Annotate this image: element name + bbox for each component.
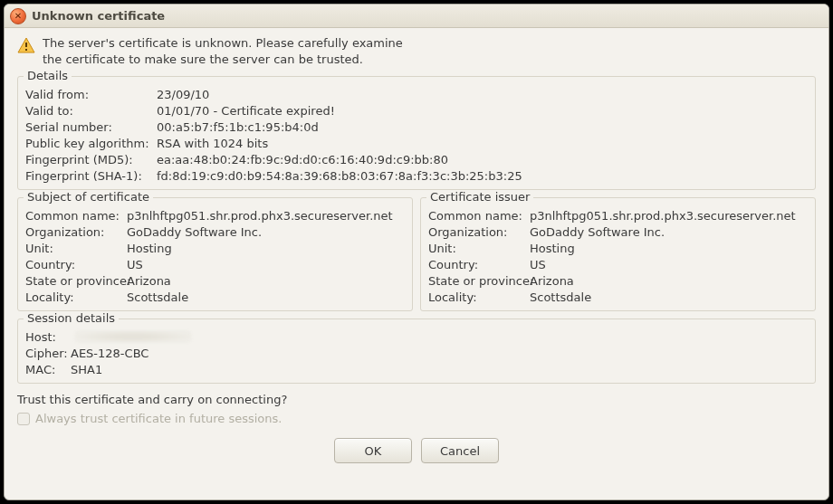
- titlebar[interactable]: ✕ Unknown certificate: [5, 5, 828, 28]
- always-trust-row: Always trust certificate in future sessi…: [17, 412, 816, 425]
- subject-country-label: Country:: [25, 258, 127, 271]
- issuer-locality-value: Scottsdale: [530, 290, 591, 304]
- warning-message: The server's certificate is unknown. Ple…: [43, 35, 403, 67]
- issuer-unit-value: Hosting: [530, 242, 575, 255]
- valid-to-value: 01/01/70 - Certificate expired!: [157, 104, 335, 118]
- issuer-group: Certificate issuer Common name:p3nlhftpg…: [420, 197, 816, 311]
- svg-rect-2: [25, 49, 27, 51]
- dialog-content: The server's certificate is unknown. Ple…: [5, 28, 828, 499]
- ok-button[interactable]: OK: [334, 438, 412, 463]
- issuer-legend: Certificate issuer: [426, 190, 533, 204]
- subject-country-value: US: [127, 258, 143, 271]
- always-trust-label: Always trust certificate in future sessi…: [35, 412, 282, 425]
- issuer-cn-label: Common name:: [428, 209, 530, 223]
- mac-label: MAC:: [25, 363, 71, 376]
- subject-legend: Subject of certificate: [24, 190, 153, 204]
- host-value: [71, 330, 192, 344]
- host-redacted: [74, 330, 192, 343]
- cancel-button-label: Cancel: [440, 444, 480, 458]
- cipher-label: Cipher:: [25, 347, 71, 360]
- issuer-unit-label: Unit:: [428, 242, 530, 255]
- sha1-value: fd:8d:19:c9:d0:b9:54:8a:39:68:b8:03:67:8…: [157, 169, 522, 183]
- warning-line-2: the certificate to make sure the server …: [43, 52, 403, 68]
- details-group: Details Valid from:23/09/10 Valid to:01/…: [17, 76, 816, 190]
- subject-org-value: GoDaddy Software Inc.: [127, 225, 262, 239]
- subject-unit-label: Unit:: [25, 242, 127, 255]
- subject-org-label: Organization:: [25, 225, 127, 239]
- issuer-country-label: Country:: [428, 258, 530, 271]
- md5-label: Fingerprint (MD5):: [25, 153, 157, 166]
- issuer-country-value: US: [530, 258, 546, 271]
- subject-cn-value: p3nlhftpg051.shr.prod.phx3.secureserver.…: [127, 209, 393, 223]
- details-legend: Details: [24, 69, 72, 82]
- window-title: Unknown certificate: [32, 9, 165, 23]
- svg-rect-1: [25, 43, 27, 47]
- subject-unit-value: Hosting: [127, 242, 172, 255]
- session-group: Session details Host: Cipher:AES-128-CBC…: [17, 319, 816, 384]
- pubkey-label: Public key algorithm:: [25, 137, 157, 150]
- close-icon: ✕: [14, 11, 22, 21]
- issuer-org-label: Organization:: [428, 225, 530, 239]
- close-button[interactable]: ✕: [10, 8, 26, 24]
- session-legend: Session details: [24, 311, 119, 325]
- subject-state-value: Arizona: [127, 274, 171, 288]
- valid-from-value: 23/09/10: [157, 88, 209, 101]
- subject-locality-label: Locality:: [25, 290, 127, 304]
- md5-value: ea:aa:48:b0:24:fb:9c:9d:d0:c6:16:40:9d:c…: [157, 153, 448, 166]
- pubkey-value: RSA with 1024 bits: [157, 137, 268, 150]
- subject-locality-value: Scottsdale: [127, 290, 188, 304]
- issuer-org-value: GoDaddy Software Inc.: [530, 225, 665, 239]
- trust-question: Trust this certificate and carry on conn…: [17, 393, 816, 406]
- ok-button-label: OK: [365, 444, 382, 458]
- host-label: Host:: [25, 330, 71, 344]
- subject-cn-label: Common name:: [25, 209, 127, 223]
- issuer-state-value: Arizona: [530, 274, 574, 288]
- serial-value: 00:a5:b7:f5:1b:c1:95:b4:0d: [157, 120, 319, 134]
- mac-value: SHA1: [71, 363, 102, 376]
- always-trust-checkbox[interactable]: [17, 413, 30, 425]
- subject-issuer-row: Subject of certificate Common name:p3nlh…: [17, 197, 816, 311]
- cipher-value: AES-128-CBC: [71, 347, 148, 360]
- subject-group: Subject of certificate Common name:p3nlh…: [17, 197, 413, 311]
- sha1-label: Fingerprint (SHA-1):: [25, 169, 157, 183]
- warning-icon: [17, 37, 35, 53]
- serial-label: Serial number:: [25, 120, 157, 134]
- warning-row: The server's certificate is unknown. Ple…: [17, 35, 816, 67]
- issuer-state-label: State or province:: [428, 274, 530, 288]
- valid-to-label: Valid to:: [25, 104, 157, 118]
- button-row: OK Cancel: [17, 438, 816, 463]
- warning-line-1: The server's certificate is unknown. Ple…: [43, 35, 403, 52]
- issuer-cn-value: p3nlhftpg051.shr.prod.phx3.secureserver.…: [530, 209, 796, 223]
- cancel-button[interactable]: Cancel: [421, 438, 499, 463]
- valid-from-label: Valid from:: [25, 88, 157, 101]
- subject-state-label: State or province:: [25, 274, 127, 288]
- issuer-locality-label: Locality:: [428, 290, 530, 304]
- dialog-window: ✕ Unknown certificate The server's certi…: [4, 4, 829, 500]
